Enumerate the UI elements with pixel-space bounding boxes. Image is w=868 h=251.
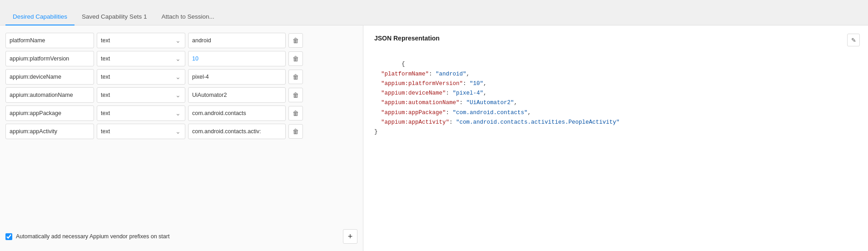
trash-icon-0: 🗑 (293, 37, 299, 44)
json-val-automation-name: "UiAutomator2" (466, 100, 514, 106)
cap-name-input-5[interactable] (5, 124, 94, 139)
table-row: textbooleannumberobjectjson 🗑 (5, 124, 357, 139)
cap-type-wrapper-5: textbooleannumberobjectjson (97, 124, 185, 139)
json-val-platform-version: "10" (470, 80, 483, 87)
json-val-app-package: "com.android.contacts" (453, 110, 528, 116)
table-row: textbooleannumberobjectjson 🗑 (5, 33, 357, 48)
json-val-app-activity: "com.android.contacts.activities.PeopleA… (456, 119, 620, 126)
cap-type-select-3[interactable]: textbooleannumberobjectjson (97, 87, 185, 103)
json-line-4: "appium:automationName": "UiAutomator2", (374, 100, 517, 106)
cap-type-wrapper-4: textbooleannumberobjectjson (97, 105, 185, 121)
cap-type-wrapper-1: textbooleannumberobjectjson (97, 51, 185, 66)
json-key-device-name: "appium:deviceName" (381, 90, 446, 96)
table-row: textbooleannumberobjectjson 🗑 (5, 105, 357, 121)
delete-button-0[interactable]: 🗑 (288, 33, 303, 48)
cap-type-select-0[interactable]: textbooleannumberobjectjson (97, 33, 185, 48)
json-line-6: "appium:appActivity": "com.android.conta… (374, 119, 620, 126)
cap-value-input-1[interactable] (188, 51, 286, 66)
json-val-platform-name: "android" (436, 71, 466, 77)
trash-icon-5: 🗑 (293, 128, 299, 135)
cap-value-input-4[interactable] (188, 105, 286, 121)
tab-desired-capabilities[interactable]: Desired Capabilities (5, 9, 74, 25)
table-row: textbooleannumberobjectjson 🗑 (5, 69, 357, 85)
json-key-automation-name: "appium:automationName" (381, 100, 460, 106)
cap-type-select-2[interactable]: textbooleannumberobjectjson (97, 69, 185, 85)
cap-value-input-3[interactable] (188, 87, 286, 103)
table-row: textbooleannumberobjectjson 🗑 (5, 87, 357, 103)
delete-button-4[interactable]: 🗑 (288, 106, 303, 120)
main-layout: textbooleannumberobjectjson 🗑 textboolea… (0, 25, 868, 251)
json-representation-title: JSON Representation (374, 35, 857, 42)
json-open-brace: { (402, 61, 405, 67)
delete-button-3[interactable]: 🗑 (288, 88, 303, 102)
trash-icon-4: 🗑 (293, 110, 299, 117)
cap-name-input-0[interactable] (5, 33, 94, 48)
json-line-1: "platformName": "android", (374, 71, 470, 77)
json-line-5: "appium:appPackage": "com.android.contac… (374, 110, 531, 116)
cap-value-input-0[interactable] (188, 33, 286, 48)
delete-button-5[interactable]: 🗑 (288, 124, 303, 139)
cap-type-wrapper-0: textbooleannumberobjectjson (97, 33, 185, 48)
left-panel: textbooleannumberobjectjson 🗑 textboolea… (0, 25, 363, 251)
cap-type-select-4[interactable]: textbooleannumberobjectjson (97, 105, 185, 121)
edit-json-button[interactable]: ✎ (847, 34, 860, 46)
table-row: textbooleannumberobjectjson 🗑 (5, 51, 357, 66)
cap-type-wrapper-2: textbooleannumberobjectjson (97, 69, 185, 85)
delete-button-2[interactable]: 🗑 (288, 70, 303, 84)
auto-prefix-label: Automatically add necessary Appium vendo… (16, 233, 169, 240)
auto-prefix-checkbox-label[interactable]: Automatically add necessary Appium vendo… (5, 233, 169, 240)
json-val-device-name: "pixel-4" (453, 90, 484, 96)
bottom-row: Automatically add necessary Appium vendo… (5, 229, 357, 244)
cap-name-input-2[interactable] (5, 69, 94, 85)
cap-type-select-5[interactable]: textbooleannumberobjectjson (97, 124, 185, 139)
json-key-app-package: "appium:appPackage" (381, 110, 446, 116)
json-line-2: "appium:platformVersion": "10", (374, 80, 487, 87)
auto-prefix-checkbox[interactable] (5, 233, 12, 240)
right-panel: JSON Representation { "platformName": "a… (363, 25, 868, 251)
tab-saved-capability-sets[interactable]: Saved Capability Sets 1 (74, 9, 154, 25)
tab-attach-to-session[interactable]: Attach to Session... (154, 9, 221, 25)
cap-type-select-1[interactable]: textbooleannumberobjectjson (97, 51, 185, 66)
json-key-platform-name: "platformName" (381, 71, 429, 77)
cap-type-wrapper-3: textbooleannumberobjectjson (97, 87, 185, 103)
json-editor-area: { "platformName": "android", "appium:pla… (374, 50, 857, 147)
cap-name-input-3[interactable] (5, 87, 94, 103)
trash-icon-3: 🗑 (293, 91, 299, 99)
json-line-3: "appium:deviceName": "pixel-4", (374, 90, 487, 96)
delete-button-1[interactable]: 🗑 (288, 51, 303, 66)
json-close-brace: } (374, 129, 378, 135)
add-capability-button[interactable]: + (343, 229, 357, 244)
cap-name-input-4[interactable] (5, 105, 94, 121)
json-key-platform-version: "appium:platformVersion" (381, 80, 463, 87)
trash-icon-2: 🗑 (293, 73, 299, 80)
app-container: Desired Capabilities Saved Capability Se… (0, 0, 868, 251)
tabs-bar: Desired Capabilities Saved Capability Se… (0, 0, 868, 25)
cap-value-input-5[interactable] (188, 124, 286, 139)
cap-value-input-2[interactable] (188, 69, 286, 85)
cap-name-input-1[interactable] (5, 51, 94, 66)
trash-icon-1: 🗑 (293, 55, 299, 62)
capability-rows: textbooleannumberobjectjson 🗑 textboolea… (5, 33, 357, 223)
json-key-app-activity: "appium:appActivity" (381, 119, 449, 126)
